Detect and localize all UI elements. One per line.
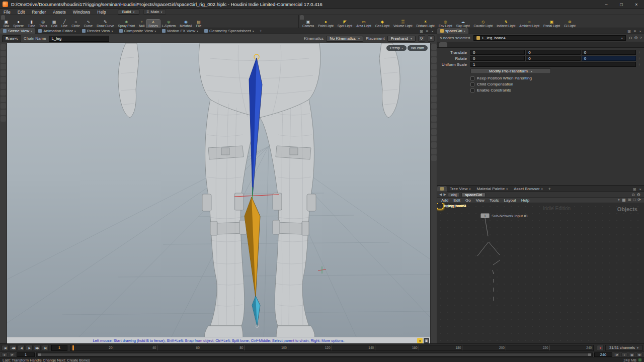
gear-icon[interactable]: ⚙ bbox=[634, 36, 637, 40]
menu-item[interactable]: Assets bbox=[49, 10, 69, 15]
shelf-tab[interactable] bbox=[9, 15, 13, 20]
shelf-tool[interactable]: ○ Ambient Light bbox=[517, 20, 541, 28]
shelf-tab[interactable] bbox=[320, 15, 324, 20]
magnet-snap-icon[interactable]: ⌖ bbox=[618, 198, 620, 203]
shelf-tool[interactable]: ∿ Curve bbox=[82, 20, 95, 28]
pane-close-icon[interactable]: × bbox=[639, 29, 641, 34]
pane-tab[interactable]: Geometry Spreadsheet ▾ bbox=[201, 28, 257, 34]
step-back-button[interactable]: ◀ bbox=[18, 345, 25, 351]
network-menu-item[interactable]: Add bbox=[439, 198, 451, 203]
menu-item[interactable]: Edit bbox=[14, 10, 29, 15]
range-end-handle[interactable] bbox=[588, 353, 591, 356]
pane-close-icon[interactable]: × bbox=[639, 187, 641, 192]
value-ladder-icon[interactable]: ↕ bbox=[637, 57, 641, 60]
reset-tool-icon[interactable]: ⟳ bbox=[418, 35, 425, 42]
minimize-button[interactable]: – bbox=[599, 0, 614, 9]
path-node-chip[interactable]: spaceGirl bbox=[461, 193, 486, 197]
translate-y-field[interactable]: 0 bbox=[526, 50, 580, 55]
parameter-tab[interactable] bbox=[439, 42, 447, 47]
view-selector-pill[interactable]: Persp ▾ bbox=[386, 45, 407, 51]
node-selector-dropdown[interactable]: L_leg_bone4 ▾ bbox=[473, 35, 626, 41]
grid-snap-icon[interactable]: ▦ bbox=[622, 198, 626, 203]
shelf-tab[interactable] bbox=[61, 15, 65, 20]
network-menu-item[interactable]: Layout bbox=[502, 198, 519, 203]
play-button[interactable]: ▶ bbox=[26, 345, 33, 351]
shelf-tab[interactable] bbox=[33, 15, 37, 20]
shelf-tool[interactable]: ▭ Area Light bbox=[354, 20, 373, 28]
shelf-tool[interactable]: ◎ Torus bbox=[37, 20, 49, 28]
shelf-tab[interactable] bbox=[57, 15, 61, 20]
shelf-tool[interactable]: ☁ Sky Light bbox=[454, 20, 472, 28]
shelf-tool[interactable]: ☀ Distant Light bbox=[415, 20, 437, 28]
shelf-tab[interactable] bbox=[308, 15, 312, 20]
refresh-icon[interactable]: ⟳ bbox=[637, 198, 641, 203]
close-button[interactable]: × bbox=[629, 0, 644, 9]
shelf-tool[interactable]: ◎ Env Light bbox=[437, 20, 454, 28]
shelf-tab[interactable] bbox=[348, 15, 352, 20]
value-ladder-icon[interactable]: ↕ bbox=[637, 63, 641, 66]
shelf-tab[interactable] bbox=[336, 15, 340, 20]
shelf-tab[interactable] bbox=[356, 15, 360, 20]
menu-item[interactable]: Render bbox=[28, 10, 49, 15]
parameter-tab[interactable] bbox=[455, 42, 463, 47]
menu-item[interactable]: Windows bbox=[69, 10, 94, 15]
pane-close-icon[interactable]: × bbox=[431, 29, 434, 34]
shelf-tool[interactable]: ▒ Volume Light bbox=[391, 20, 415, 28]
range-end-field[interactable]: 240 bbox=[594, 352, 612, 357]
shelf-tab[interactable] bbox=[53, 15, 57, 20]
rotate-z-field[interactable]: 0 bbox=[582, 56, 636, 61]
shelf-tool[interactable]: ∗ Spray Paint bbox=[116, 20, 137, 28]
new-pane-tab-button[interactable]: + bbox=[257, 29, 265, 34]
pin-icon[interactable]: ⊙ bbox=[631, 193, 635, 197]
subnet-input-node[interactable]: 1 Sub-Network Input #1 bbox=[480, 213, 528, 218]
audio-icon[interactable]: ♪ bbox=[621, 352, 627, 357]
shelf-tab[interactable] bbox=[45, 15, 49, 20]
kinematics-dropdown[interactable]: No Kinematics ▾ bbox=[326, 36, 363, 42]
rotate-y-field[interactable]: 0 bbox=[526, 56, 580, 61]
shelf-tool[interactable]: ● Point Light bbox=[316, 20, 336, 28]
shelf-tab[interactable] bbox=[340, 15, 344, 20]
parameter-tab[interactable] bbox=[471, 42, 479, 47]
pane-tab[interactable]: Tree View ▾ bbox=[447, 186, 474, 192]
range-start-field[interactable]: 1 bbox=[17, 352, 35, 357]
pane-tab[interactable]: Render View ▾ bbox=[79, 28, 116, 34]
pane-tab[interactable]: Motion FX View ▾ bbox=[159, 28, 201, 34]
network-menu-item[interactable]: Help bbox=[519, 198, 532, 203]
pin-icon[interactable]: ⊙ bbox=[629, 36, 632, 40]
shelf-tab[interactable] bbox=[17, 15, 21, 20]
shelf-tool[interactable]: ● Sphere bbox=[11, 20, 26, 28]
value-ladder-icon[interactable]: ↕ bbox=[637, 51, 641, 54]
shelf-tab[interactable] bbox=[300, 15, 304, 20]
shelf-tab[interactable] bbox=[352, 15, 356, 20]
translate-z-field[interactable]: 0 bbox=[582, 50, 636, 55]
shelf-tool[interactable]: + Null bbox=[137, 20, 146, 28]
shelf-tool[interactable]: ψ L-System bbox=[160, 20, 178, 28]
loop-mode-icon[interactable]: ⟳ bbox=[9, 352, 15, 357]
uniform-scale-field[interactable]: 1 bbox=[470, 62, 636, 67]
gear-icon[interactable]: ⚙ bbox=[637, 193, 640, 197]
modify-pre-transform-button[interactable]: Modify Pre-Transform ▾ bbox=[470, 68, 551, 74]
placement-dropdown[interactable]: Freehand ▾ bbox=[387, 36, 416, 42]
shelf-tool[interactable]: ✎ Draw Curve bbox=[95, 20, 116, 28]
dopesheet-icon[interactable]: ▤ bbox=[629, 352, 635, 357]
camera-selector-pill[interactable]: No cam bbox=[408, 45, 428, 51]
frame-all-icon[interactable]: ⊞ bbox=[628, 198, 631, 203]
shelf-tab[interactable] bbox=[344, 15, 348, 20]
shelf-tab[interactable] bbox=[360, 15, 364, 20]
go-to-start-button[interactable]: |◀ bbox=[2, 345, 9, 351]
pane-split-icon[interactable]: ⊞ bbox=[627, 29, 631, 34]
real-time-toggle-icon[interactable]: ⇄ bbox=[614, 352, 620, 357]
range-start-handle[interactable] bbox=[38, 353, 41, 356]
shelf-tool[interactable]: ◇ Caustic Light bbox=[472, 20, 495, 28]
snap-indicator-icon[interactable]: ● bbox=[417, 338, 423, 343]
current-frame-field[interactable]: 1 bbox=[51, 345, 67, 351]
shelf-tab[interactable] bbox=[1, 15, 5, 20]
shelf-tab[interactable] bbox=[312, 15, 316, 20]
network-node[interactable]: L_leg_bone4 bbox=[437, 203, 466, 209]
shelf-tab[interactable] bbox=[328, 15, 332, 20]
shelf-tool[interactable]: ▣ Portal Light bbox=[541, 20, 562, 28]
help-icon[interactable]: ? bbox=[640, 36, 642, 40]
shelf-tab[interactable] bbox=[25, 15, 29, 20]
pane-split-icon[interactable]: ⊞ bbox=[633, 187, 636, 192]
shelf-tool[interactable]: ○ Circle bbox=[69, 20, 82, 28]
